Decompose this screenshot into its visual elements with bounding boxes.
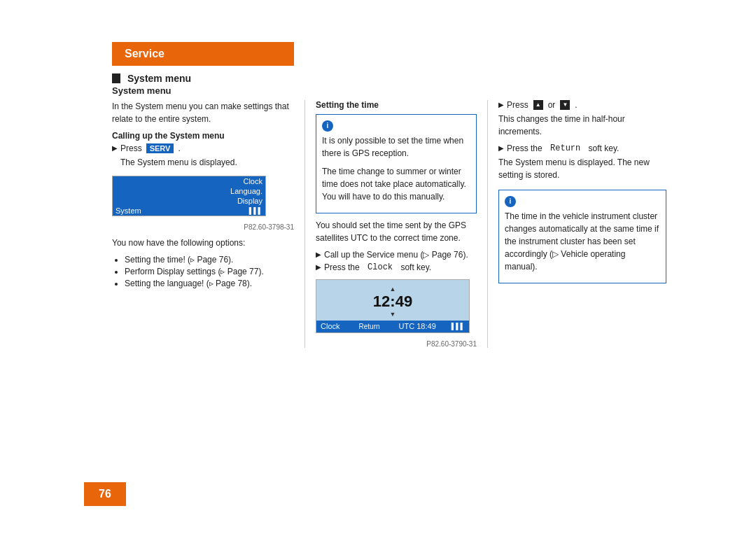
info-icon-1: i (322, 120, 333, 132)
half-hour-text: This changes the time in half-hour incre… (498, 113, 666, 138)
gps-utc-text: You should set the time sent by the GPS … (316, 219, 477, 244)
bullet-item-display: Perform Display settings (▹ Page 77). (125, 267, 294, 276)
screen-item-display: Display (113, 196, 265, 206)
section-title: Service (125, 48, 164, 59)
press-clock-label: Press the (324, 262, 360, 272)
up-arrow-btn: ▲ (533, 100, 543, 110)
info-icon-2: i (505, 196, 516, 207)
clock-display: ▲ 12:49 ▼ (316, 280, 469, 321)
bullet-item-language: Setting the language! (▹ Page 78). (125, 279, 294, 288)
info-box-gps: i It is only possible to set the time wh… (316, 114, 477, 213)
signal-icon-clock: ▌▌▌ (451, 323, 465, 330)
divider-2 (487, 100, 488, 348)
up-arrow-indicator: ▲ (319, 286, 466, 293)
screen-item-clock: Clock (113, 176, 265, 186)
return-soft-key-label: Press the (507, 143, 542, 153)
calling-up-title: Calling up the System menu (112, 131, 294, 141)
screen-item-clock-label: Clock (243, 177, 262, 185)
press-label: Press (120, 143, 142, 153)
soft-key-label: soft key. (400, 262, 431, 272)
info-box-right: i The time in the vehicle instrument clu… (498, 190, 666, 283)
info-text-gps: It is only possible to set the time when… (322, 134, 470, 160)
or-label: or (548, 100, 556, 110)
system-screen-mockup: Clock Languag. Display System ▌▌▌ (112, 176, 266, 216)
press-clock-instruction: ▶ Press the Clock soft key. (316, 262, 477, 272)
press-label-right: Press (507, 100, 528, 110)
arrow-icon-2: ▶ (316, 251, 321, 258)
intro-text: In the System menu you can make settings… (112, 100, 294, 125)
call-service-instruction: ▶ Call up the Service menu (▷ Page 76). (316, 250, 477, 260)
screen-bottom-bar: System ▌▌▌ (113, 206, 265, 216)
period-right: . (575, 100, 577, 110)
column-middle: Setting the time i It is only possible t… (316, 100, 477, 348)
screen-item-language-label: Languag. (230, 187, 262, 195)
down-arrow-indicator: ▼ (319, 311, 466, 318)
column-left: In the System menu you can make settings… (112, 100, 294, 348)
part-number-1: P82.60-3798-31 (112, 223, 294, 231)
press-arrows-instruction: ▶ Press ▲ or ▼ . (498, 100, 666, 110)
options-list: Setting the time! (▹ Page 76). Perform D… (112, 255, 294, 288)
system-stored-text: The System menu is displayed. The new se… (498, 156, 666, 181)
clock-mono: Clock (368, 262, 393, 272)
page-number: 76 (99, 488, 111, 500)
call-service-label: Call up the Service menu (▷ Page 76). (324, 250, 468, 260)
serv-badge: SERV (146, 143, 174, 153)
down-arrow-btn: ▼ (560, 100, 570, 110)
subsection-bar: System menu (112, 73, 672, 84)
info-text-right: The time in the vehicle instrument clust… (505, 210, 660, 273)
screen-item-display-label: Display (237, 197, 262, 205)
column-right: ▶ Press ▲ or ▼ . This changes the time i… (498, 100, 666, 348)
signal-icon: ▌▌▌ (249, 207, 262, 214)
part-number-2: P82.60-3790-31 (316, 340, 477, 348)
return-soft-key-end: soft key. (589, 143, 620, 153)
period: . (178, 143, 180, 153)
page-container: Service System menu System menu In the S… (0, 0, 756, 534)
clock-screen-mockup: ▲ 12:49 ▼ Clock Return UTC 18:49 ▌▌▌ (316, 279, 470, 333)
system-displayed-text: The System menu is displayed. (112, 156, 294, 169)
return-button-screen: Return (356, 322, 384, 331)
return-mono: Return (550, 143, 580, 153)
screen-bottom-label: System (115, 206, 141, 215)
arrow-icon-3: ▶ (316, 263, 321, 271)
black-bar-icon (112, 73, 120, 83)
setting-time-title: Setting the time (316, 100, 477, 110)
press-serv-instruction: ▶ Press SERV . (112, 143, 294, 153)
page-number-box: 76 (84, 482, 126, 506)
arrow-icon: ▶ (112, 144, 118, 152)
arrow-icon-5: ▶ (498, 144, 504, 152)
clock-bottom-right: UTC 18:49 (399, 322, 436, 330)
info-text-dst: The time change to summer or winter time… (322, 165, 470, 203)
content-columns: In the System menu you can make settings… (112, 100, 672, 348)
clock-bottom-bar: Clock Return UTC 18:49 ▌▌▌ (316, 321, 469, 332)
section-header: Service (112, 42, 294, 66)
screen-item-language: Languag. (113, 186, 265, 196)
press-return-instruction: ▶ Press the Return soft key. (498, 143, 666, 153)
divider-1 (304, 100, 305, 348)
subsection-label: System menu (127, 73, 191, 84)
arrow-icon-4: ▶ (498, 101, 504, 108)
clock-bottom-left: Clock (321, 322, 340, 330)
clock-time: 12:49 (319, 293, 466, 311)
options-title: You now have the following options: (112, 237, 294, 249)
bullet-item-time: Setting the time! (▹ Page 76). (125, 255, 294, 265)
page-title: System menu (112, 85, 672, 96)
